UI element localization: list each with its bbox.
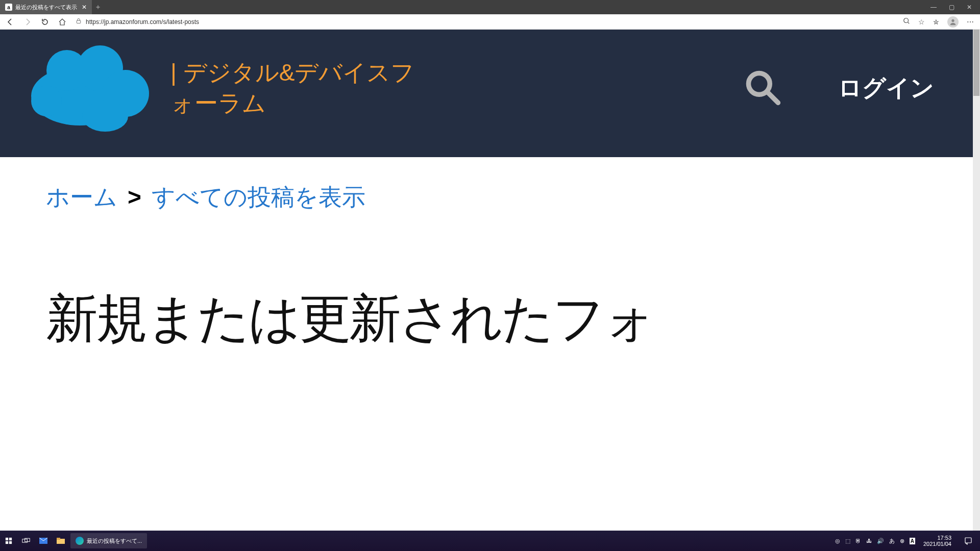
address-bar-actions: ☆ ✮ ⋯ [903,16,974,28]
address-bar: https://jp.amazonforum.com/s/latest-post… [0,14,980,30]
minimize-icon[interactable]: — [930,4,937,11]
svg-point-8 [82,101,128,132]
site-header: | デジタル&デバイスフォーラム ログイン [0,30,973,157]
svg-rect-0 [77,20,81,23]
breadcrumb-separator: > [128,183,141,211]
mail-icon[interactable] [35,531,52,551]
svg-rect-20 [965,538,971,543]
svg-rect-19 [57,538,60,540]
refresh-icon[interactable] [41,18,49,26]
svg-point-7 [31,86,62,116]
clock-date: 2021/01/04 [923,541,951,547]
breadcrumb-current[interactable]: すべての投稿を表示 [152,182,365,213]
browser-tabs: a 最近の投稿をすべて表示 ✕ ＋ [0,0,104,14]
lock-icon [76,18,82,26]
tray-network-icon[interactable]: 🖧 [866,538,872,544]
svg-point-1 [904,18,909,23]
svg-rect-14 [9,541,12,544]
site-title[interactable]: | デジタル&デバイスフォーラム [170,58,436,119]
login-button[interactable]: ログイン [838,72,934,104]
tray-app-icon[interactable]: ◎ [835,538,840,544]
tab-title: 最近の投稿をすべて表示 [15,4,77,11]
favorites-icon[interactable]: ✮ [933,18,939,26]
star-icon[interactable]: ☆ [918,18,925,26]
explorer-icon[interactable] [52,531,69,551]
clock-time: 17:53 [937,535,951,541]
tray-usb-icon[interactable]: ⬚ [845,538,850,544]
home-icon[interactable] [58,18,66,26]
tray-ime-icon[interactable]: あ [889,537,895,545]
zoom-icon[interactable] [903,17,910,26]
page-heading: 新規または更新されたフォ [46,290,927,347]
breadcrumb: ホーム > すべての投稿を表示 [46,182,927,213]
browser-tab[interactable]: a 最近の投稿をすべて表示 ✕ [0,0,92,14]
tray-adobe-icon[interactable]: A [910,538,915,544]
amazon-favicon: a [5,4,12,11]
profile-icon[interactable] [947,16,959,28]
edge-icon [76,537,84,545]
main-content: ホーム > すべての投稿を表示 新規または更新されたフォ [0,157,973,371]
window-titlebar: a 最近の投稿をすべて表示 ✕ ＋ — ▢ ✕ [0,0,980,14]
breadcrumb-home[interactable]: ホーム [46,182,117,213]
taskview-icon[interactable] [17,531,35,551]
new-tab-button[interactable]: ＋ [92,3,104,12]
window-controls: — ▢ ✕ [922,4,980,11]
logo-cloud-icon[interactable] [18,40,156,137]
menu-icon[interactable]: ⋯ [967,18,974,26]
back-icon[interactable] [6,18,14,26]
notifications-icon[interactable] [960,531,977,551]
tray-volume-icon[interactable]: 🔊 [877,538,884,544]
tray-close-icon[interactable]: ⊗ [900,538,904,544]
task-app-label: 最近の投稿をすべて... [87,537,142,545]
system-tray: ◎ ⬚ ⛨ 🖧 🔊 あ ⊗ A 17:53 2021/01/04 [835,531,980,551]
vertical-scrollbar[interactable] [973,30,980,531]
url-text: https://jp.amazonforum.com/s/latest-post… [86,18,199,26]
tray-shield-icon[interactable]: ⛨ [855,538,861,544]
page-viewport: | デジタル&デバイスフォーラム ログイン ホーム > すべての投稿を表示 新規… [0,30,980,531]
url-field[interactable]: https://jp.amazonforum.com/s/latest-post… [76,18,894,26]
svg-rect-11 [6,538,8,540]
svg-point-2 [951,19,954,21]
windows-taskbar: 最近の投稿をすべて... ◎ ⬚ ⛨ 🖧 🔊 あ ⊗ A 17:53 2021/… [0,531,980,551]
forward-icon [23,18,32,26]
search-icon[interactable] [743,68,782,109]
close-tab-icon[interactable]: ✕ [82,4,87,11]
maximize-icon[interactable]: ▢ [949,4,954,11]
task-edge-button[interactable]: 最近の投稿をすべて... [70,533,147,548]
close-window-icon[interactable]: ✕ [967,4,972,11]
svg-line-10 [768,92,778,103]
svg-rect-12 [9,538,12,540]
svg-rect-13 [6,541,8,544]
start-icon[interactable] [0,531,17,551]
clock[interactable]: 17:53 2021/01/04 [920,535,954,547]
